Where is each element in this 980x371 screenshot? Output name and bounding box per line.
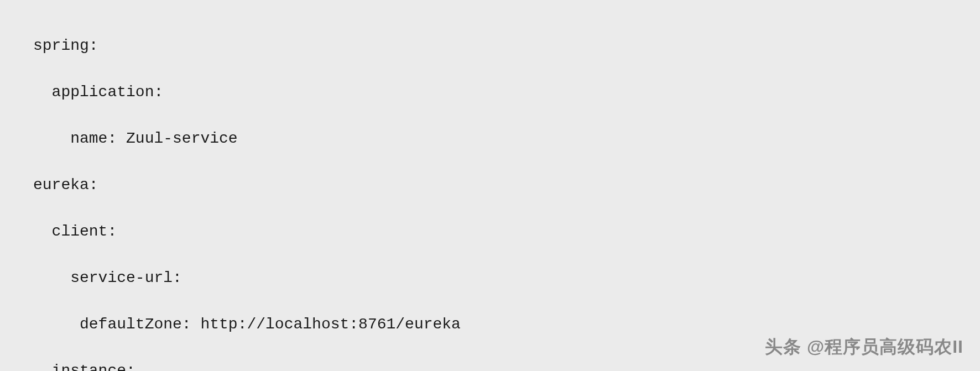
code-line: name: Zuul-service <box>33 127 980 150</box>
code-line: client: <box>33 220 980 243</box>
code-line: eureka: <box>33 174 980 197</box>
code-line: service-url: <box>33 267 980 290</box>
yaml-code-block: spring: application: name: Zuul-service … <box>0 11 980 371</box>
code-line: instance: <box>33 359 980 371</box>
watermark-text: 头条 @程序员高级码农II <box>765 333 963 360</box>
code-line: defaultZone: http://localhost:8761/eurek… <box>33 313 980 336</box>
code-line: spring: <box>33 34 980 58</box>
code-line: application: <box>33 81 980 104</box>
